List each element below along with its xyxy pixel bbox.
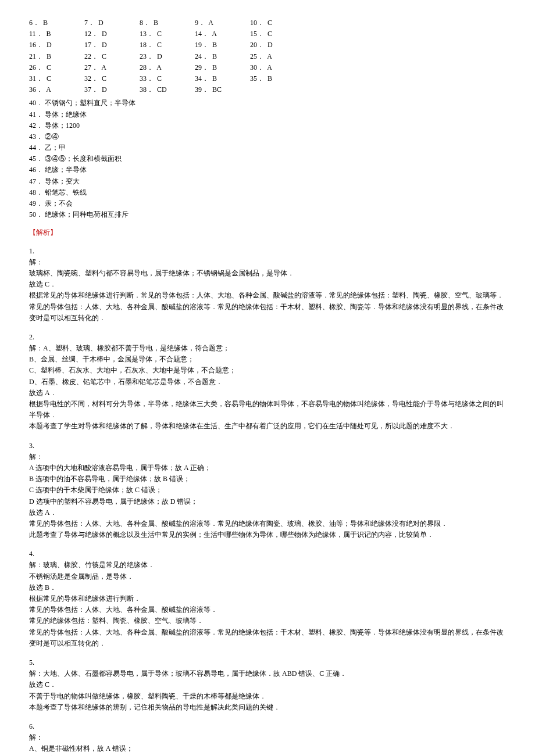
explanation-line: 根据导电性的不同，材料可分为导体，半导体，绝缘体三大类，容易导电的物体叫导体，不… [29,399,506,421]
explanation-line: 此题考查了导体与绝缘体的概念以及生活中常见的实例；生活中哪些物体为导体，哪些物体… [29,529,506,540]
fill-answer-list: 40． 不锈钢勺；塑料直尺；半导体41． 导体；绝缘体42． 导体；120043… [29,98,506,220]
answer-row: 26． C27． A28． A29． B30． A [29,62,506,73]
explanations-container: 1.解：玻璃杯、陶瓷碗、塑料勺都不容易导电，属于绝缘体；不锈钢锅是金属制品，是导… [29,246,506,756]
answer-item: 28． A [140,62,195,73]
answer-row: 31． C32． C33． C34． B35． B [29,73,506,84]
explanation-line: 常见的导体包括：人体、大地、各种金属、酸碱盐的溶液等．常见的绝缘体包括：干木材、… [29,627,506,649]
explanation-line: 不善于导电的物体叫做绝缘体，橡胶、塑料陶瓷、干燥的木棒等都是绝缘体． [29,691,506,702]
answer-item: 17． D [84,40,140,51]
fill-answer-line: 42． 导体；1200 [29,120,506,131]
fill-answer-line: 50． 绝缘体；同种电荷相互排斥 [29,209,506,220]
answer-item: 35． B [250,73,305,84]
explanation-block: 6.解：A、铜是非磁性材料，故 A 错误；B、玻璃在常温下是绝缘体，故 B 正确… [29,721,506,756]
explanation-line: 故选 C． [29,679,506,690]
answer-item: 27． A [84,62,140,73]
explanation-line: 解： [29,452,506,463]
explanation-number: 1. [29,246,506,257]
answer-item: 33． C [140,73,195,84]
answer-item: 29． B [195,62,250,73]
answer-item: 9． A [195,17,250,28]
explanation-line: 解： [29,732,506,743]
explanation-line: 本题考查了学生对导体和绝缘体的了解，导体和绝缘体在生活、生产中都有着广泛的应用，… [29,421,506,432]
answer-item: 12． D [84,28,140,40]
explanation-line: 解：A、塑料、玻璃、橡胶都不善于导电，是绝缘体，符合题意； [29,343,506,354]
explanation-block: 2.解：A、塑料、玻璃、橡胶都不善于导电，是绝缘体，符合题意；B、金属、丝绸、干… [29,332,506,432]
fill-answer-line: 44． 乙；甲 [29,142,506,153]
explanation-line: 故选 A． [29,388,506,399]
answer-item: 10． C [250,17,305,28]
fill-answer-line: 46． 绝缘；半导体 [29,164,506,175]
explanation-line: 根据常见的导体和绝缘体进行判断． [29,593,506,604]
explanation-block: 5.解：大地、人体、石墨都容易导电，属于导体；玻璃不容易导电，属于绝缘体．故 A… [29,657,506,713]
answer-item: 19． B [195,40,250,51]
answer-item: 6． B [29,17,84,28]
answer-row: 6． B7． D8． B9． A10． C [29,17,506,28]
explanation-line: 本题考查了导体和绝缘体的辨别，记住相关物品的导电性是解决此类问题的关键． [29,702,506,713]
explanation-line: 故选 A． [29,507,506,518]
explanation-line: 不锈钢汤匙是金属制品，是导体． [29,571,506,582]
answer-item: 23． D [140,51,195,62]
answer-item: 8． B [140,17,195,28]
fill-answer-line: 48． 铅笔芯、铁线 [29,187,506,198]
explanation-line: D 选项中的塑料不容易导电，属于绝缘体；故 D 错误； [29,496,506,507]
explanation-block: 3.解：A 选项中的大地和酸溶液容易导电，属于导体；故 A 正确；B 选项中的油… [29,440,506,541]
explanation-line: 解：大地、人体、石墨都容易导电，属于导体；玻璃不容易导电，属于绝缘体．故 ABD… [29,668,506,679]
explanation-number: 5. [29,657,506,668]
answer-item: 13． C [140,28,195,40]
answer-item: 22． C [84,51,140,62]
answer-item: 31． C [29,73,84,84]
answer-item: 26． C [29,62,84,73]
explanation-line: 根据常见的导体和绝缘体进行判断．常见的导体包括：人体、大地、各种金属、酸碱盐的溶… [29,290,506,301]
explanation-line: 故选 B． [29,582,506,593]
answer-row: 16． D17． D18． C19． B20． D [29,40,506,51]
explanation-line: 常见的绝缘体包括：塑料、陶瓷、橡胶、空气、玻璃等． [29,615,506,626]
explanation-line: 解： [29,257,506,268]
fill-answer-line: 45． ③④⑤；长度和横截面积 [29,153,506,164]
fill-answer-line: 41． 导体；绝缘体 [29,109,506,120]
answer-item: 24． B [195,51,250,62]
explanation-line: A、铜是非磁性材料，故 A 错误； [29,743,506,754]
answer-item: 14． A [195,28,250,40]
explanation-number: 6. [29,721,506,732]
answer-item: 25． A [250,51,305,62]
answer-grid: 6． B7． D8． B9． A10． C11． B12． D13． C14． … [29,17,506,95]
answer-item: 38． CD [140,84,195,95]
explanation-line: B 选项中的油不容易导电，属于绝缘体；故 B 错误； [29,474,506,485]
explanation-number: 2. [29,332,506,343]
fill-answer-line: 49． 汞；不会 [29,198,506,209]
answer-item: 15． C [250,28,305,40]
explanation-line: D、石墨、橡皮、铅笔芯中，石墨和铅笔芯是导体，不合题意． [29,377,506,388]
answer-item: 32． C [84,73,140,84]
answer-item: 20． D [250,40,305,51]
explanation-block: 4.解：玻璃、橡胶、竹筷是常见的绝缘体．不锈钢汤匙是金属制品，是导体．故选 B．… [29,549,506,649]
answer-item: 16． D [29,40,84,51]
answer-item: 34． B [195,73,250,84]
section-title: 【解析】 [29,227,506,238]
explanation-number: 4. [29,549,506,560]
explanation-line: B、金属、丝绸、干木棒中，金属是导体，不合题意； [29,354,506,365]
explanation-line: A 选项中的大地和酸溶液容易导电，属于导体；故 A 正确； [29,463,506,474]
fill-answer-line: 43． ②④ [29,131,506,142]
answer-row: 36． A37． D38． CD39． BC [29,84,506,95]
answer-item: 21． B [29,51,84,62]
fill-answer-line: 47． 导体；变大 [29,176,506,187]
explanation-line: 常见的导体包括：人体、大地、各种金属、酸碱盐的溶液等．常见的绝缘体有陶瓷、玻璃、… [29,518,506,529]
explanation-line: 常见的导体包括：人体、大地、各种金属、酸碱盐的溶液等． [29,604,506,615]
answer-item: 36． A [29,84,84,95]
explanation-line: 常见的导体包括：人体、大地、各种金属、酸碱盐的溶液等．常见的绝缘体包括：干木材、… [29,302,506,324]
explanation-block: 1.解：玻璃杯、陶瓷碗、塑料勺都不容易导电，属于绝缘体；不锈钢锅是金属制品，是导… [29,246,506,324]
explanation-line: 故选 C． [29,279,506,290]
explanation-line: 解：玻璃、橡胶、竹筷是常见的绝缘体． [29,560,506,571]
fill-answer-line: 40． 不锈钢勺；塑料直尺；半导体 [29,98,506,109]
explanation-line: 玻璃杯、陶瓷碗、塑料勺都不容易导电，属于绝缘体；不锈钢锅是金属制品，是导体． [29,268,506,279]
explanation-line: C、塑料棒、石灰水、大地中，石灰水、大地中是导体，不合题意； [29,365,506,376]
answer-item: 37． D [84,84,140,95]
answer-item: 18． C [140,40,195,51]
answer-row: 21． B22． C23． D24． B25． A [29,51,506,62]
answer-item: 39． BC [195,84,250,95]
answer-item: 7． D [84,17,140,28]
answer-item: 11． B [29,28,84,40]
explanation-number: 3. [29,440,506,452]
answer-item: 30． A [250,62,305,73]
answer-row: 11． B12． D13． C14． A15． C [29,28,506,40]
